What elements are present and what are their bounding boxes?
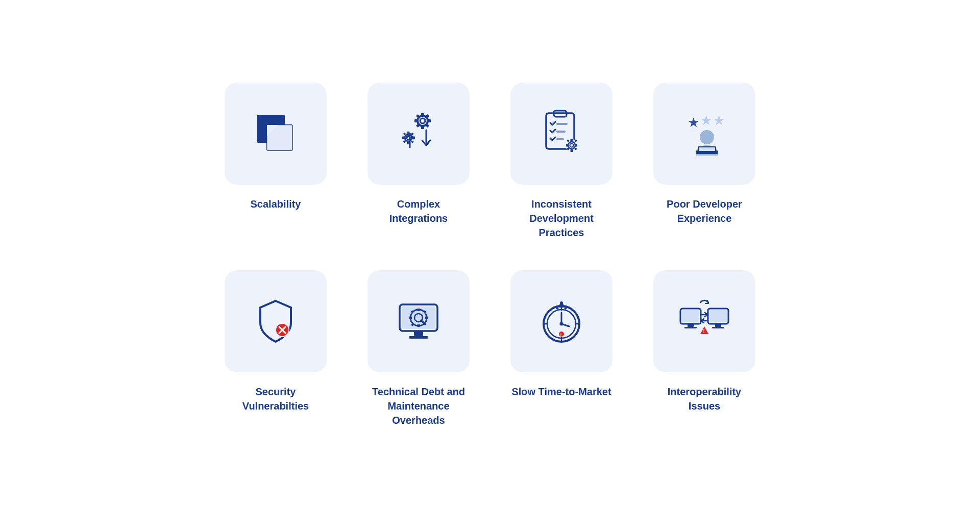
svg-point-4 (418, 116, 428, 126)
svg-rect-48 (699, 147, 715, 151)
svg-rect-88 (715, 324, 721, 327)
svg-rect-6 (421, 113, 424, 116)
icon-box-security (225, 270, 327, 372)
icon-box-complex-integrations (368, 83, 470, 185)
svg-rect-55 (414, 331, 423, 336)
svg-point-5 (420, 118, 425, 123)
svg-rect-89 (712, 327, 724, 328)
svg-rect-30 (556, 138, 564, 140)
card-security: Security Vulnerabilties (225, 270, 327, 427)
svg-rect-60 (418, 309, 420, 311)
card-label-security: Security Vulnerabilties (225, 385, 327, 413)
svg-text:!: ! (703, 328, 705, 334)
svg-text:★: ★ (688, 115, 699, 130)
svg-rect-28 (556, 123, 568, 125)
svg-rect-87 (709, 310, 727, 322)
card-slow-time: ! Slow Time-to-Market (510, 270, 612, 427)
svg-rect-84 (688, 324, 694, 327)
svg-text:★: ★ (700, 113, 712, 128)
card-label-interoperability: Interoperability Issues (653, 385, 755, 413)
svg-point-45 (700, 130, 714, 144)
svg-rect-62 (409, 317, 412, 319)
svg-text:!: ! (560, 333, 562, 337)
icon-box-technical-debt (368, 270, 470, 372)
svg-rect-37 (575, 144, 577, 147)
svg-rect-85 (684, 327, 697, 328)
svg-rect-83 (682, 310, 699, 322)
svg-rect-70 (560, 301, 563, 305)
complex-integrations-icon (390, 106, 447, 162)
svg-rect-23 (411, 140, 414, 143)
svg-rect-63 (425, 317, 428, 319)
svg-rect-18 (402, 137, 405, 139)
card-label-technical-debt: Technical Debt and Maintenance Overheads (368, 385, 470, 427)
card-technical-debt: Technical Debt and Maintenance Overheads (368, 270, 470, 427)
svg-rect-56 (409, 336, 428, 339)
svg-rect-35 (571, 149, 573, 152)
card-label-inconsistent-dev: Inconsistent Development Practices (510, 197, 612, 240)
icon-box-interoperability: ! (653, 270, 755, 372)
icon-box-inconsistent-dev (510, 83, 612, 185)
svg-rect-7 (421, 126, 424, 129)
icon-box-slow-time: ! (510, 270, 612, 372)
svg-rect-29 (556, 131, 566, 133)
icon-box-scalability (225, 83, 327, 185)
scalability-icon (248, 106, 304, 162)
card-poor-dev-exp: ★ ★ ★ Poor Developer Experience (653, 83, 755, 240)
card-label-poor-dev-exp: Poor Developer Experience (653, 197, 755, 225)
slow-time-icon: ! (533, 293, 590, 349)
svg-rect-9 (428, 119, 431, 122)
card-interoperability: ! Interoperability Issues (653, 270, 755, 427)
svg-rect-8 (414, 119, 418, 122)
svg-rect-36 (566, 144, 569, 147)
svg-point-75 (560, 322, 564, 326)
security-icon (248, 293, 304, 349)
card-label-slow-time: Slow Time-to-Market (511, 385, 611, 399)
technical-debt-icon (390, 293, 447, 349)
cards-grid: Scalability (194, 52, 786, 458)
svg-text:★: ★ (713, 113, 725, 128)
svg-rect-34 (571, 139, 573, 141)
card-inconsistent-dev: Inconsistent Development Practices (510, 83, 612, 240)
card-scalability: Scalability (225, 83, 327, 240)
inconsistent-dev-icon (533, 106, 590, 162)
svg-rect-61 (418, 324, 420, 327)
poor-dev-exp-icon: ★ ★ ★ (676, 106, 732, 162)
card-label-scalability: Scalability (251, 197, 301, 211)
interoperability-icon: ! (676, 293, 732, 349)
card-label-complex-integrations: Complex Integrations (368, 197, 470, 225)
icon-box-poor-dev-exp: ★ ★ ★ (653, 83, 755, 185)
card-complex-integrations: Complex Integrations (368, 83, 470, 240)
